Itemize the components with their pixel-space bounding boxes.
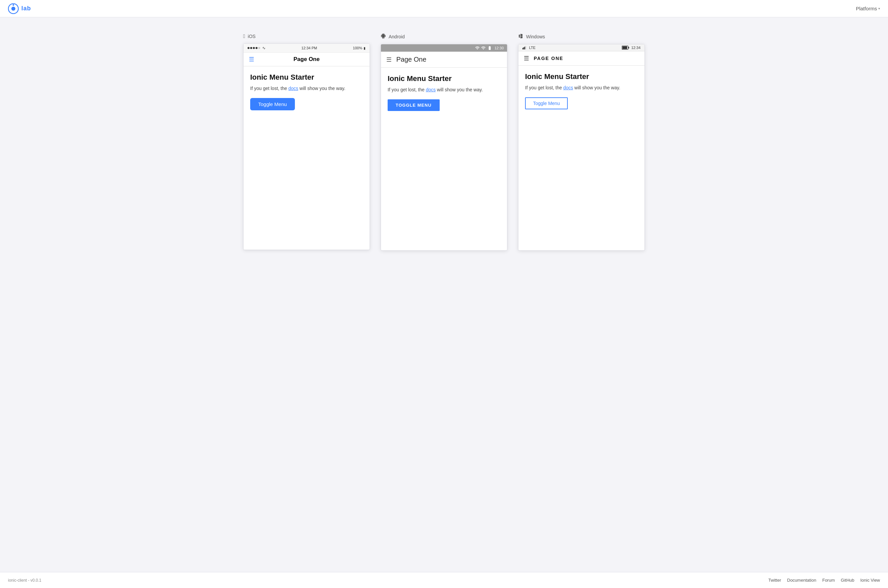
- signal-dot-3: [253, 47, 255, 49]
- logo-text: lab: [21, 5, 31, 12]
- windows-statusbar-left: LTE: [522, 46, 536, 50]
- footer-documentation-link[interactable]: Documentation: [787, 578, 816, 583]
- windows-time: 12:34: [631, 46, 641, 50]
- logo: lab: [8, 3, 31, 14]
- android-toggle-menu-button[interactable]: TOGGLE MENU: [388, 99, 439, 111]
- ios-battery-icon: ▮: [364, 46, 366, 50]
- ios-statusbar-right: 100% ▮: [353, 46, 366, 50]
- ios-statusbar-left: ∿: [247, 46, 265, 50]
- windows-icon: [518, 33, 524, 40]
- windows-label: Windows: [518, 33, 545, 40]
- android-time: 12:30: [494, 46, 504, 50]
- footer-version: ionic-client - v0.0.1: [8, 578, 41, 583]
- android-column: Android 12:30 ☰ Page One: [381, 33, 507, 250]
- android-icon: [381, 33, 386, 40]
- signal-dot-1: [247, 47, 250, 49]
- svg-rect-9: [629, 46, 629, 48]
- android-content-suffix: will show you the way.: [436, 87, 483, 92]
- ios-signal-dots: [247, 47, 260, 49]
- android-toolbar: ☰ Page One: [381, 52, 507, 68]
- android-device-frame: 12:30 ☰ Page One Ionic Menu Starter If y…: [381, 44, 507, 250]
- ios-time: 12:34 PM: [301, 46, 317, 50]
- windows-column: Windows LTE: [518, 33, 645, 250]
- ios-battery-pct: 100%: [353, 46, 362, 50]
- signal-dot-4: [256, 47, 257, 49]
- main-content:  iOS ∿ 12:34 PM 100%: [0, 17, 888, 572]
- footer-github-link[interactable]: GitHub: [841, 578, 854, 583]
- android-content-subtitle: If you get lost, the docs will show you …: [388, 86, 500, 93]
- windows-content: Ionic Menu Starter If you get lost, the …: [518, 66, 644, 116]
- apple-icon: : [243, 33, 245, 39]
- windows-toggle-menu-button[interactable]: Toggle Menu: [525, 98, 568, 110]
- android-statusbar: 12:30: [381, 44, 507, 52]
- footer-twitter-link[interactable]: Twitter: [768, 578, 781, 583]
- topnav: lab Platforms ▾: [0, 0, 888, 17]
- windows-toolbar: ☰ PAGE ONE: [518, 51, 644, 66]
- windows-content-prefix: If you get lost, the: [525, 85, 563, 90]
- ios-content-subtitle: If you get lost, the docs will show you …: [250, 85, 363, 92]
- ios-label-text: iOS: [248, 34, 256, 39]
- android-docs-link[interactable]: docs: [426, 87, 436, 92]
- ios-content-prefix: If you get lost, the: [250, 86, 288, 91]
- android-content-title: Ionic Menu Starter: [388, 74, 500, 83]
- ios-content-suffix: will show you the way.: [298, 86, 345, 91]
- svg-point-2: [13, 4, 14, 5]
- ios-toggle-menu-button[interactable]: Toggle Menu: [250, 98, 295, 110]
- android-status-icons: [475, 46, 492, 50]
- ios-label:  iOS: [243, 33, 256, 39]
- windows-toolbar-title: PAGE ONE: [534, 56, 563, 61]
- platforms-button[interactable]: Platforms ▾: [856, 6, 880, 11]
- footer-ionic-view-link[interactable]: Ionic View: [860, 578, 880, 583]
- windows-menu-icon[interactable]: ☰: [524, 55, 529, 62]
- platforms-label: Platforms: [856, 6, 877, 11]
- ios-device-frame: ∿ 12:34 PM 100% ▮ ☰ Page One Ionic Menu …: [243, 44, 370, 250]
- android-toolbar-title: Page One: [396, 56, 426, 63]
- svg-rect-3: [522, 48, 523, 50]
- windows-device-frame: LTE 12:34 ☰ PAGE ONE Ioni: [518, 44, 645, 250]
- android-content-prefix: If you get lost, the: [388, 87, 426, 92]
- ios-content-title: Ionic Menu Starter: [250, 73, 363, 82]
- android-label: Android: [381, 33, 405, 40]
- chevron-down-icon: ▾: [878, 7, 880, 10]
- windows-content-subtitle: If you get lost, the docs will show you …: [525, 84, 638, 92]
- ionic-logo-icon: [8, 3, 19, 14]
- windows-signal-label: LTE: [529, 46, 536, 50]
- ios-menu-icon[interactable]: ☰: [249, 56, 254, 63]
- footer: ionic-client - v0.0.1 Twitter Documentat…: [0, 572, 888, 588]
- ios-column:  iOS ∿ 12:34 PM 100%: [243, 33, 370, 250]
- svg-rect-8: [623, 46, 627, 49]
- svg-rect-6: [525, 46, 526, 50]
- ios-docs-link[interactable]: docs: [288, 86, 298, 91]
- windows-content-suffix: will show you the way.: [573, 85, 620, 90]
- signal-dot-2: [250, 47, 252, 49]
- ios-content: Ionic Menu Starter If you get lost, the …: [244, 66, 370, 117]
- svg-rect-4: [524, 47, 524, 50]
- windows-statusbar-right: 12:34: [622, 46, 641, 50]
- windows-statusbar: LTE 12:34: [518, 44, 644, 51]
- wifi-icon: ∿: [262, 46, 265, 50]
- ios-toolbar-title: Page One: [293, 56, 319, 63]
- android-menu-icon[interactable]: ☰: [386, 56, 391, 63]
- ios-statusbar: ∿ 12:34 PM 100% ▮: [244, 44, 370, 52]
- windows-docs-link[interactable]: docs: [563, 85, 573, 90]
- signal-dot-5: [258, 47, 260, 49]
- android-content: Ionic Menu Starter If you get lost, the …: [381, 68, 507, 118]
- android-label-text: Android: [388, 34, 405, 39]
- footer-links: Twitter Documentation Forum GitHub Ionic…: [768, 578, 880, 583]
- footer-forum-link[interactable]: Forum: [822, 578, 835, 583]
- svg-rect-5: [524, 46, 525, 50]
- windows-content-title: Ionic Menu Starter: [525, 72, 638, 81]
- svg-point-1: [11, 7, 15, 10]
- windows-label-text: Windows: [526, 34, 545, 39]
- ios-toolbar: ☰ Page One: [244, 52, 370, 66]
